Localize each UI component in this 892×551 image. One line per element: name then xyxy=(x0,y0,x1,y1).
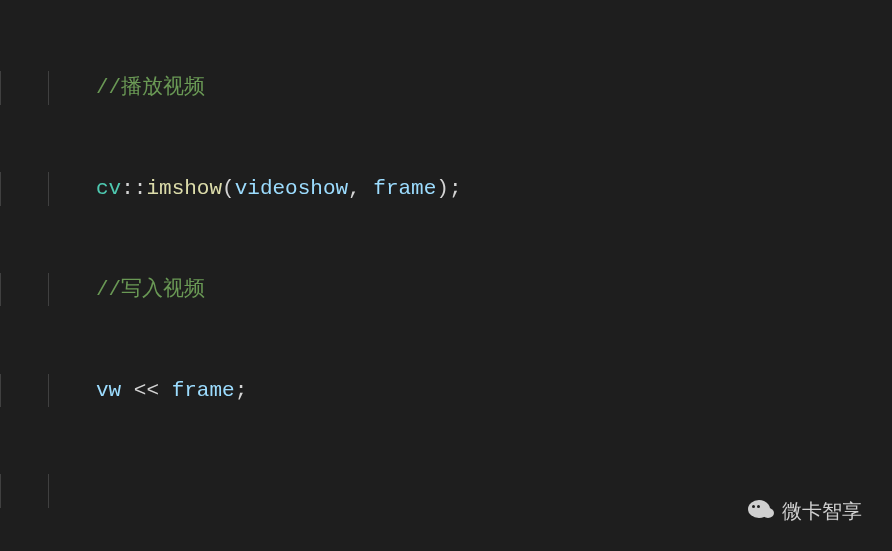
comment: //播放视频 xyxy=(96,71,205,105)
watermark-text: 微卡智享 xyxy=(782,495,862,527)
code-line: //写入视频 xyxy=(0,273,892,307)
function-call: imshow xyxy=(146,172,222,206)
namespace: cv xyxy=(96,172,121,206)
comment: //写入视频 xyxy=(96,273,205,307)
code-editor[interactable]: //播放视频 cv::imshow(videoshow, frame); //写… xyxy=(0,0,892,551)
code-line: //播放视频 xyxy=(0,71,892,105)
code-line: vw << frame; xyxy=(0,374,892,408)
wechat-icon xyxy=(748,498,774,524)
watermark: 微卡智享 xyxy=(748,495,862,527)
code-line: cv::imshow(videoshow, frame); xyxy=(0,172,892,206)
